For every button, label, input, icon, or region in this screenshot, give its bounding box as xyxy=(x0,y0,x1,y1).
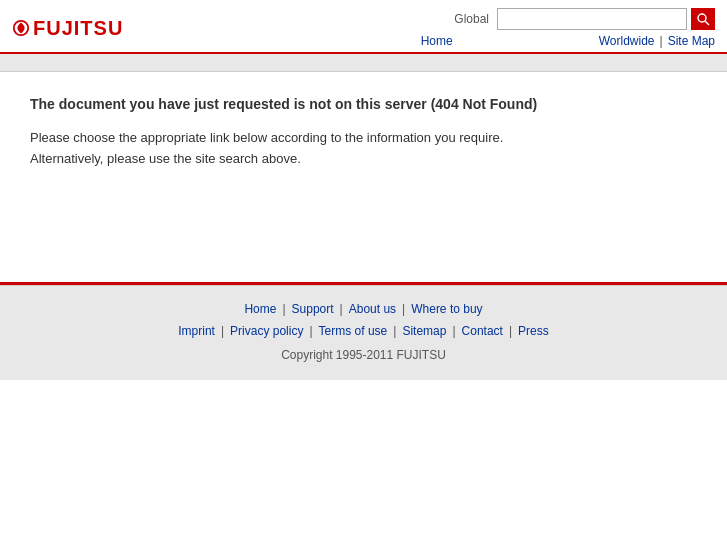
search-input[interactable] xyxy=(497,8,687,30)
footer-home-link[interactable]: Home xyxy=(244,302,276,316)
global-search-row: Global xyxy=(454,8,715,30)
footer-wheretobuy-link[interactable]: Where to buy xyxy=(411,302,482,316)
header-top: FUJITSU Global Home Worldwide | Si xyxy=(0,0,727,52)
global-label: Global xyxy=(454,12,489,26)
footer: Home | Support | About us | Where to buy… xyxy=(0,285,727,380)
fujitsu-logo: FUJITSU xyxy=(12,17,123,40)
nav-separator-1: | xyxy=(660,34,663,48)
footer-links-row2: Imprint | Privacy policy | Terms of use … xyxy=(12,324,715,338)
worldwide-link[interactable]: Worldwide xyxy=(599,34,655,48)
sitemap-link[interactable]: Site Map xyxy=(668,34,715,48)
footer-support-link[interactable]: Support xyxy=(292,302,334,316)
svg-line-2 xyxy=(705,21,709,25)
error-line2: Alternatively, please use the site searc… xyxy=(30,149,697,170)
home-nav-link[interactable]: Home xyxy=(421,34,453,48)
error-title: The document you have just requested is … xyxy=(30,96,697,112)
copyright-text: Copyright 1995-2011 FUJITSU xyxy=(12,348,715,362)
subheader-bar xyxy=(0,54,727,72)
footer-terms-link[interactable]: Terms of use xyxy=(319,324,388,338)
footer-contact-link[interactable]: Contact xyxy=(462,324,503,338)
header-right: Global Home Worldwide | Site Map xyxy=(421,8,715,48)
footer-aboutus-link[interactable]: About us xyxy=(349,302,396,316)
error-line1: Please choose the appropriate link below… xyxy=(30,128,697,149)
footer-privacy-link[interactable]: Privacy policy xyxy=(230,324,303,338)
search-icon xyxy=(697,13,710,26)
footer-links-row1: Home | Support | About us | Where to buy xyxy=(12,302,715,316)
nav-row: Home Worldwide | Site Map xyxy=(421,34,715,48)
error-body: Please choose the appropriate link below… xyxy=(30,128,697,170)
footer-sitemap-link[interactable]: Sitemap xyxy=(402,324,446,338)
fujitsu-logo-icon xyxy=(12,19,30,37)
svg-point-1 xyxy=(698,14,706,22)
main-content: The document you have just requested is … xyxy=(0,72,727,282)
logo-text: FUJITSU xyxy=(33,17,123,40)
header: FUJITSU Global Home Worldwide | Si xyxy=(0,0,727,54)
footer-imprint-link[interactable]: Imprint xyxy=(178,324,215,338)
nav-links-right: Worldwide | Site Map xyxy=(599,34,715,48)
search-button[interactable] xyxy=(691,8,715,30)
footer-press-link[interactable]: Press xyxy=(518,324,549,338)
